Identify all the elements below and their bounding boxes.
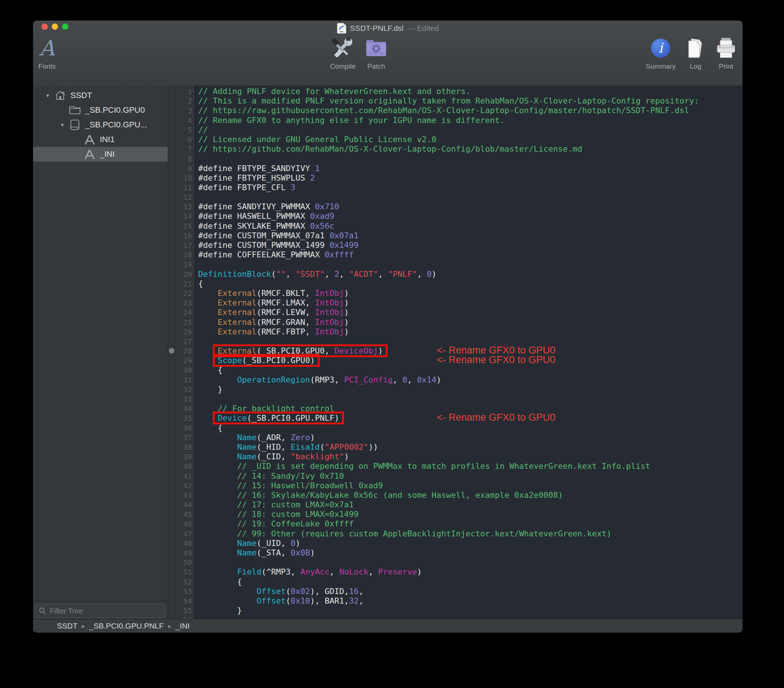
code-line-50[interactable]: [198, 558, 743, 567]
tree-item--sb-pci0-gpu-[interactable]: ▼_SB.PCI0.GPU...: [33, 117, 168, 132]
code-line-25[interactable]: External(RMCF.GRAN, IntObj): [198, 318, 743, 327]
breadcrumb-item[interactable]: SSDT: [57, 622, 77, 630]
code-line-49[interactable]: Name(_STA, 0x0B): [198, 548, 743, 558]
code-line-30[interactable]: {: [198, 365, 743, 375]
disclosure-triangle-icon[interactable]: ▼: [56, 122, 69, 128]
breadcrumb-item[interactable]: _INI: [175, 622, 190, 630]
code-line-38[interactable]: Name(_HID, EisaId("APP0002")): [198, 442, 743, 452]
disclosure-triangle-icon[interactable]: ▼: [41, 93, 54, 98]
line-number: 8: [175, 154, 194, 163]
code-line-43[interactable]: // 16: Skylake/KabyLake 0x56c (and some …: [198, 490, 743, 500]
code-line-29[interactable]: Scope(_SB.PCI0.GPU0)<- Rename GFX0 to GP…: [198, 356, 743, 365]
code-line-41[interactable]: // 14: Sandy/Ivy 0x710: [198, 472, 743, 481]
code-line-44[interactable]: // 17: custom LMAX=0x7a1: [198, 500, 743, 510]
breadcrumb-separator-icon: ▸: [168, 623, 171, 630]
tree-item--sb-pci0-gpu0[interactable]: _SB.PCI0.GPU0: [33, 103, 168, 117]
code-line-12[interactable]: [198, 192, 743, 202]
code-line-23[interactable]: External(RMCF.LMAX, IntObj): [198, 298, 743, 308]
code-line-7[interactable]: // https://github.com/RehabMan/OS-X-Clov…: [198, 144, 743, 154]
code-line-55[interactable]: }: [198, 606, 743, 615]
fonts-label: Fonts: [38, 63, 56, 71]
code-line-15[interactable]: #define SKYLAKE_PWMMAX 0x56c: [198, 221, 743, 231]
line-number: 11: [175, 183, 194, 192]
window-title: DSL SSDT-PNLF.dsl — Edited: [337, 23, 439, 34]
line-number: 13: [175, 202, 194, 211]
filter-tree-box[interactable]: [35, 604, 166, 618]
line-number: 32: [175, 385, 194, 394]
code-line-56[interactable]: [198, 615, 743, 619]
code-line-22[interactable]: External(RMCF.BKLT, IntObj): [198, 289, 743, 298]
code-line-46[interactable]: // 19: CoffeeLake 0xffff: [198, 519, 743, 529]
code-text[interactable]: // Adding PNLF device for WhateverGreen.…: [195, 86, 743, 619]
code-line-21[interactable]: {: [198, 279, 743, 289]
code-editor[interactable]: 1234567891011121314151617181920212223242…: [168, 86, 743, 619]
code-line-10[interactable]: #define FBTYPE_HSWPLUS 2: [198, 173, 743, 183]
code-line-13[interactable]: #define SANDYIVY_PWMMAX 0x710: [198, 202, 743, 211]
code-line-37[interactable]: Name(_ADR, Zero): [198, 433, 743, 442]
line-number: 7: [175, 144, 194, 154]
line-number: 30: [175, 365, 194, 375]
print-button[interactable]: Print: [706, 36, 743, 71]
line-number: 46: [175, 519, 194, 529]
code-line-16[interactable]: #define CUSTOM_PWMMAX_07a1 0x07a1: [198, 231, 743, 241]
breadcrumb-bar: SSDT▸_SB.PCI0.GPU.PNLF▸_INI: [33, 619, 743, 633]
code-line-35[interactable]: Device(_SB.PCI0.GPU.PNLF)<- Rename GFX0 …: [198, 413, 743, 423]
code-line-8[interactable]: [198, 154, 743, 163]
code-line-39[interactable]: Name(_CID, "backlight"): [198, 452, 743, 462]
code-line-53[interactable]: Offset(0x02), GDID,16,: [198, 587, 743, 596]
code-line-17[interactable]: #define CUSTOM_PWMMAX_1499 0x1499: [198, 241, 743, 250]
code-line-18[interactable]: #define COFFEELAKE_PWMMAX 0xffff: [198, 250, 743, 259]
code-line-40[interactable]: // _UID is set depending on PWMMax to ma…: [198, 462, 743, 471]
code-line-36[interactable]: {: [198, 423, 743, 433]
code-line-42[interactable]: // 15: Haswell/Broadwell 0xad9: [198, 481, 743, 490]
rename-annotation: <- Rename GFX0 to GPU0: [437, 345, 555, 355]
code-line-54[interactable]: Offset(0x10), BAR1,32,: [198, 596, 743, 606]
code-line-9[interactable]: #define FBTYPE_SANDYIVY 1: [198, 164, 743, 173]
code-line-1[interactable]: // Adding PNLF device for WhateverGreen.…: [198, 87, 743, 96]
patch-button[interactable]: Patch: [356, 36, 396, 71]
code-line-48[interactable]: Name(_UID, 0): [198, 539, 743, 548]
breadcrumb-item[interactable]: _SB.PCI0.GPU.PNLF: [89, 622, 164, 630]
code-line-4[interactable]: // Rename GFX0 to anything else if your …: [198, 115, 743, 125]
line-number: 31: [175, 375, 194, 385]
code-line-14[interactable]: #define HASWELL_PWMMAX 0xad9: [198, 211, 743, 221]
filter-tree-input[interactable]: [49, 607, 161, 616]
code-line-32[interactable]: }: [198, 385, 743, 394]
tree-item-ssdt[interactable]: ▼SSDT: [33, 88, 168, 103]
line-number: 34: [175, 404, 194, 413]
code-line-45[interactable]: // 18: custom LMAX=0x1499: [198, 510, 743, 519]
code-line-24[interactable]: External(RMCF.LEVW, IntObj): [198, 308, 743, 317]
folder-icon: [69, 104, 81, 116]
method-icon: [84, 148, 96, 160]
code-line-19[interactable]: [198, 259, 743, 269]
summary-button[interactable]: i Summary: [641, 36, 681, 71]
tree-item-label: SSDT: [71, 91, 92, 100]
tree-item-ini1[interactable]: INI1: [33, 132, 168, 147]
line-number: 49: [175, 548, 194, 558]
log-pages-icon: [685, 36, 706, 60]
code-line-2[interactable]: // This is a modified PNLF version origi…: [198, 96, 743, 106]
svg-text:DSL: DSL: [339, 30, 344, 33]
code-line-11[interactable]: #define FBTYPE_CFL 3: [198, 183, 743, 192]
code-line-3[interactable]: // https://raw.githubusercontent.com/Reh…: [198, 106, 743, 115]
code-line-26[interactable]: External(RMCF.FBTP, IntObj): [198, 327, 743, 337]
line-number: 23: [175, 298, 194, 308]
tree-item--ini[interactable]: _INI: [33, 147, 168, 162]
code-line-47[interactable]: // 99: Other (requires custom AppleBackl…: [198, 529, 743, 539]
fonts-button[interactable]: A Fonts: [33, 36, 62, 71]
code-line-20[interactable]: DefinitionBlock("", "SSDT", 2, "ACDT", "…: [198, 269, 743, 279]
code-line-6[interactable]: // Licensed under GNU General Public Lic…: [198, 135, 743, 144]
close-button[interactable]: [41, 23, 48, 30]
code-line-52[interactable]: {: [198, 577, 743, 587]
tree-item-label: _SB.PCI0.GPU0: [85, 106, 145, 115]
code-line-51[interactable]: Field(^RMP3, AnyAcc, NoLock, Preserve): [198, 567, 743, 577]
line-number: 45: [175, 510, 194, 519]
code-line-5[interactable]: //: [198, 125, 743, 135]
line-number: 27: [175, 337, 194, 346]
minimize-button[interactable]: [52, 23, 58, 30]
code-line-31[interactable]: OperationRegion(RMP3, PCI_Config, 0, 0x1…: [198, 375, 743, 385]
line-number: 10: [175, 173, 194, 183]
rename-annotation: <- Rename GFX0 to GPU0: [437, 355, 555, 365]
zoom-button[interactable]: [62, 23, 68, 30]
code-line-33[interactable]: [198, 394, 743, 404]
